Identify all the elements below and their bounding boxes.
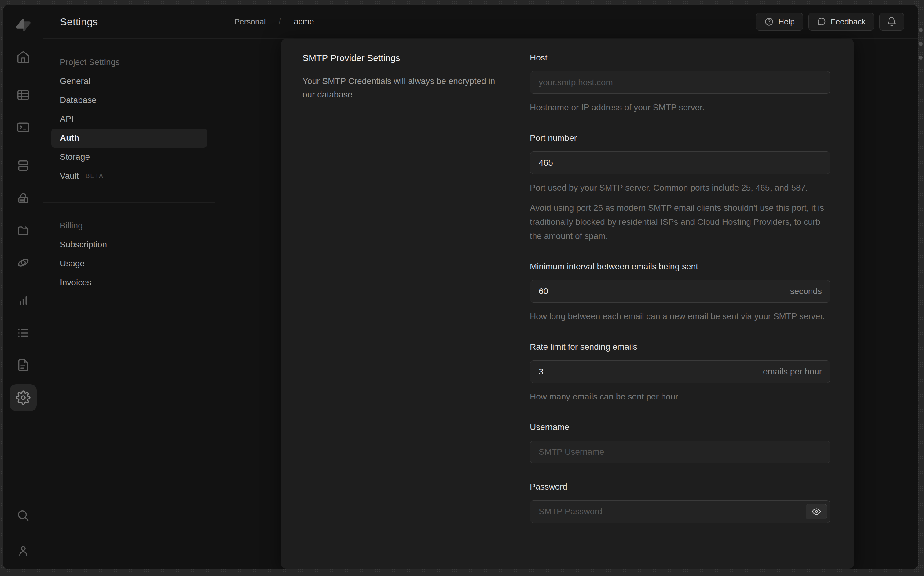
sidebar-item-database[interactable] <box>10 152 37 179</box>
reports-icon <box>16 293 30 307</box>
rate-limit-field-group: Rate limit for sending emails emails per… <box>530 342 831 404</box>
sidebar-item-home[interactable] <box>10 44 37 70</box>
feedback-icon <box>817 17 826 27</box>
desktop-frame: Settings Project Settings General Databa… <box>0 0 924 576</box>
home-icon <box>16 50 30 64</box>
interval-label: Minimum interval between emails being se… <box>530 261 831 272</box>
username-label: Username <box>530 422 831 432</box>
settings-sidebar-header: Settings <box>43 5 215 39</box>
breadcrumb-project[interactable]: acme <box>294 17 314 27</box>
scrollbar-dot[interactable] <box>919 28 923 32</box>
help-button[interactable]: Help <box>756 13 803 30</box>
icon-sidebar <box>3 5 43 569</box>
sidebar-item-table-editor[interactable] <box>10 82 37 109</box>
rail-divider <box>11 146 35 146</box>
settings-gear-icon <box>16 390 30 405</box>
sidebar-item-reports[interactable] <box>10 287 37 314</box>
port-label: Port number <box>530 133 831 143</box>
nav-item-usage[interactable]: Usage <box>43 254 215 273</box>
interval-input[interactable] <box>530 280 831 302</box>
username-field-group: Username <box>530 422 831 463</box>
docs-icon <box>16 358 30 372</box>
user-icon <box>16 544 30 558</box>
sidebar-item-storage[interactable] <box>10 217 37 244</box>
settings-nav: Project Settings General Database API Au… <box>43 39 215 292</box>
interval-field-group: Minimum interval between emails being se… <box>530 261 831 323</box>
password-input[interactable] <box>530 500 831 523</box>
host-input[interactable] <box>530 71 831 94</box>
nav-item-invoices[interactable]: Invoices <box>43 273 215 292</box>
panel-form-column: Host Hostname or IP address of your SMTP… <box>530 51 831 523</box>
panel-description-column: SMTP Provider Settings Your SMTP Credent… <box>303 51 530 523</box>
sidebar-item-account[interactable] <box>10 538 37 565</box>
password-label: Password <box>530 482 831 492</box>
bell-icon <box>886 16 897 27</box>
sidebar-item-settings[interactable] <box>10 384 37 411</box>
port-helper-1: Port used by your SMTP server. Common po… <box>530 181 831 195</box>
help-button-label: Help <box>778 17 794 27</box>
supabase-logo[interactable] <box>10 11 37 38</box>
app-window: Settings Project Settings General Databa… <box>3 5 918 569</box>
nav-section-billing: Billing <box>43 216 215 235</box>
content-area: SMTP Provider Settings Your SMTP Credent… <box>215 39 918 569</box>
database-icon <box>16 158 30 173</box>
toggle-password-visibility-button[interactable] <box>806 504 827 520</box>
interval-helper: How long between each email can a new em… <box>530 309 831 323</box>
sql-editor-icon <box>16 120 30 134</box>
host-field-group: Host Hostname or IP address of your SMTP… <box>530 53 831 115</box>
supabase-bolt-icon <box>15 17 31 33</box>
notifications-button[interactable] <box>879 13 904 30</box>
auth-lock-icon <box>16 192 30 206</box>
breadcrumb-separator: / <box>279 17 281 27</box>
rate-limit-input[interactable] <box>530 360 831 383</box>
nav-section-project-settings: Project Settings <box>43 53 215 72</box>
port-field-group: Port number Port used by your SMTP serve… <box>530 133 831 243</box>
feedback-button[interactable]: Feedback <box>809 13 874 30</box>
scrollbar-dot[interactable] <box>919 42 923 46</box>
sidebar-item-logs[interactable] <box>10 320 37 346</box>
sidebar-item-docs[interactable] <box>10 352 37 379</box>
port-input[interactable] <box>530 152 831 174</box>
breadcrumb-org[interactable]: Personal <box>234 17 266 27</box>
help-icon <box>764 17 774 27</box>
host-helper: Hostname or IP address of your SMTP serv… <box>530 101 831 115</box>
rate-limit-label: Rate limit for sending emails <box>530 342 831 352</box>
table-editor-icon <box>16 88 30 102</box>
rail-divider <box>11 70 35 70</box>
panel-title: SMTP Provider Settings <box>303 53 507 64</box>
storage-folder-icon <box>16 223 30 237</box>
nav-item-storage[interactable]: Storage <box>43 147 215 166</box>
host-label: Host <box>530 53 831 63</box>
feedback-button-label: Feedback <box>831 17 866 27</box>
nav-item-api[interactable]: API <box>43 110 215 129</box>
port-helper-2: Avoid using port 25 as modern SMTP email… <box>530 201 831 243</box>
username-input[interactable] <box>530 441 831 463</box>
nav-item-auth[interactable]: Auth <box>51 129 207 147</box>
sidebar-item-edge-functions[interactable] <box>10 249 37 276</box>
eye-icon <box>812 507 822 517</box>
nav-item-subscription[interactable]: Subscription <box>43 235 215 254</box>
sidebar-item-search[interactable] <box>10 502 37 529</box>
settings-sidebar: Settings Project Settings General Databa… <box>43 5 215 569</box>
rate-limit-helper: How many emails can be sent per hour. <box>530 390 831 404</box>
main-area: Personal / acme Help Feedback <box>215 5 918 569</box>
edge-functions-icon <box>16 256 30 270</box>
smtp-settings-panel: SMTP Provider Settings Your SMTP Credent… <box>281 39 854 569</box>
nav-item-general[interactable]: General <box>43 72 215 91</box>
nav-item-database[interactable]: Database <box>43 91 215 110</box>
panel-description: Your SMTP Credentials will always be enc… <box>303 75 507 101</box>
sidebar-item-auth[interactable] <box>10 185 37 212</box>
password-field-group: Password <box>530 482 831 523</box>
sidebar-item-sql-editor[interactable] <box>10 114 37 141</box>
nav-item-vault-label: Vault <box>60 171 79 181</box>
beta-badge: BETA <box>86 172 104 179</box>
search-icon <box>16 509 30 523</box>
nav-item-vault[interactable]: Vault BETA <box>43 166 215 186</box>
topbar: Personal / acme Help Feedback <box>215 5 918 39</box>
logs-icon <box>16 326 30 340</box>
scrollbar-dot[interactable] <box>919 56 923 59</box>
page-title: Settings <box>60 16 98 28</box>
